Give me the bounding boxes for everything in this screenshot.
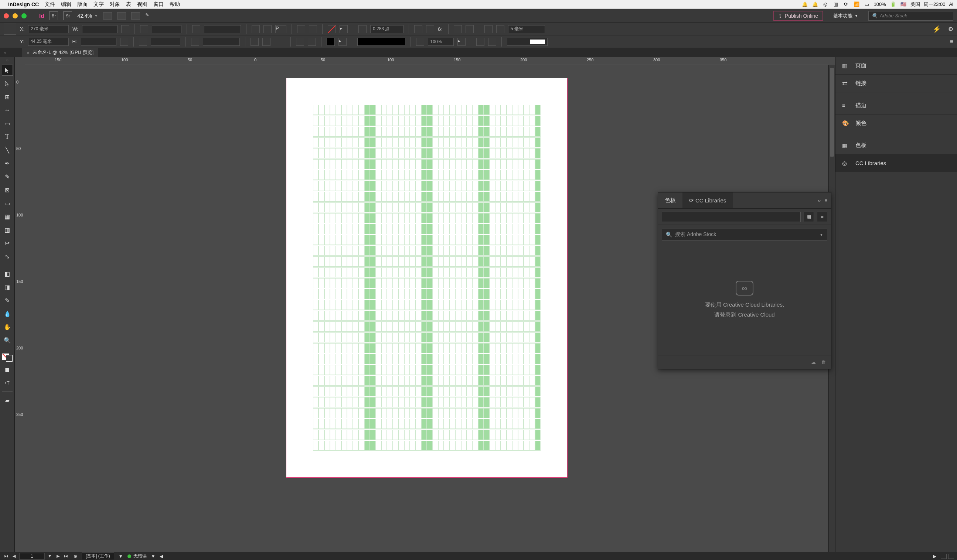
pencil-tool[interactable]: ✎ [2, 171, 13, 182]
hand-tool[interactable]: ✋ [2, 321, 13, 333]
rotate-input[interactable] [140, 25, 148, 33]
split-view-button[interactable] [941, 554, 947, 559]
flip-button[interactable] [251, 38, 259, 46]
flip-v-button[interactable] [191, 38, 199, 46]
arrange-button[interactable] [131, 12, 140, 20]
panel-pages[interactable]: ▥ 页面 [835, 57, 957, 75]
wifi-icon[interactable]: 📶 [853, 2, 860, 7]
display-icon[interactable]: ▥ [832, 2, 839, 7]
screen-mode-normal[interactable]: ▰ [2, 394, 13, 405]
panel-tab-cclib[interactable]: ⟳CC Libraries [682, 192, 733, 208]
close-tab-icon[interactable]: × [27, 50, 30, 55]
cc-status-icon[interactable]: ◎ [822, 2, 829, 7]
trash-icon[interactable]: 🗑 [821, 360, 826, 365]
bridge-button[interactable]: Br [49, 11, 58, 21]
shear-field[interactable] [151, 38, 180, 46]
page[interactable] [286, 78, 567, 477]
fx-label[interactable]: fx. [438, 26, 443, 32]
flip-h-button[interactable] [192, 25, 200, 33]
hscroll-left[interactable]: ◀ [160, 554, 163, 559]
master-dropdown[interactable]: [基本] (工作) [82, 552, 114, 560]
page-tool[interactable]: ⊞ [2, 91, 13, 103]
wrap-4[interactable] [488, 38, 496, 46]
grid-tool[interactable]: ▥ [2, 224, 13, 235]
document-tab[interactable]: × 未命名-1 @ 42% [GPU 预览] [22, 48, 98, 57]
flag-icon[interactable]: 🇺🇸 [900, 2, 907, 7]
grid-color-dropdown[interactable] [507, 38, 548, 46]
scale-x-field[interactable] [204, 25, 241, 33]
minimize-window-button[interactable] [13, 13, 18, 19]
master-arrow[interactable]: ▼ [118, 554, 123, 559]
gradient-swatch-tool[interactable]: ◧ [2, 268, 13, 279]
cloud-sync-icon[interactable]: ☁ [811, 360, 816, 365]
link-wh-icon[interactable] [120, 38, 128, 46]
grid-icon[interactable] [496, 25, 504, 33]
menu-table[interactable]: 表 [126, 1, 131, 8]
align-button-2[interactable] [309, 25, 317, 33]
note-tool[interactable]: ✎ [2, 295, 13, 306]
flip-button-2[interactable] [262, 38, 270, 46]
shear-icon[interactable] [139, 38, 147, 46]
scale-y-field[interactable] [203, 38, 240, 46]
rectangle-tool[interactable]: ▭ [2, 198, 13, 209]
scissors-tool[interactable]: ✂ [2, 238, 13, 249]
gpu-icon[interactable]: ✎ [145, 12, 153, 20]
workspace-dropdown[interactable]: 基本功能 ▼ [833, 13, 858, 19]
p-frame-icon[interactable]: P [275, 25, 286, 33]
page-dropdown[interactable]: ▼ [47, 554, 53, 559]
clock-label[interactable]: 周一23:00 [924, 1, 946, 8]
menu-view[interactable]: 视图 [137, 1, 147, 8]
panel-cc-libraries[interactable]: ◎ CC Libraries [835, 155, 957, 172]
constrain-icon[interactable] [121, 25, 129, 33]
quick-apply-icon[interactable]: ⚡ [933, 25, 941, 33]
eyedropper-tool[interactable]: 💧 [2, 308, 13, 319]
textwrap-1[interactable] [454, 25, 462, 33]
collapse-panel-icon[interactable]: ›› [818, 198, 821, 203]
content-collector-tool[interactable]: ▭ [2, 118, 13, 129]
panel-swatches[interactable]: ▦ 色板 [835, 137, 957, 155]
menu-file[interactable]: 文件 [45, 1, 55, 8]
preflight-status[interactable]: 无错误 [128, 553, 147, 559]
type-tool[interactable]: T [2, 131, 13, 142]
rectangle-frame-tool[interactable]: ⊠ [2, 185, 13, 196]
menu-type[interactable]: 文字 [93, 1, 104, 8]
menu-help[interactable]: 帮助 [170, 1, 180, 8]
notification-icon-2[interactable]: 🔔 [812, 2, 818, 7]
zoom-tool[interactable]: 🔍 [2, 334, 13, 346]
panel-links[interactable]: ⮂ 链接 [835, 75, 957, 92]
notification-icon[interactable]: 🔔 [801, 2, 808, 7]
fx-button-1[interactable] [414, 25, 422, 33]
scrollbar-thumb[interactable] [830, 68, 834, 157]
library-dropdown[interactable] [662, 212, 801, 222]
formatting-container-button[interactable]: ▫T [2, 377, 13, 388]
fill-swatch[interactable] [328, 25, 336, 33]
hscroll-right[interactable]: ▶ [933, 554, 936, 559]
textwrap-2[interactable] [466, 25, 474, 33]
vertical-ruler[interactable]: 0 50 100 150 200 250 [15, 65, 25, 552]
zoom-window-button[interactable] [21, 13, 27, 19]
swatch-arrow[interactable]: ▸ [340, 25, 348, 33]
panel-menu-icon[interactable]: ≡ [950, 38, 953, 45]
distribute-2[interactable] [308, 38, 316, 46]
chevron-down-icon[interactable]: ▼ [820, 233, 823, 237]
menu-window[interactable]: 窗口 [153, 1, 164, 8]
selection-tool[interactable] [2, 65, 13, 76]
horizontal-ruler[interactable]: 150 100 50 0 50 100 150 200 250 300 350 [25, 57, 828, 65]
grid-spacing-input[interactable]: 5 毫米 [508, 25, 545, 33]
first-page-button[interactable]: ⏮ [3, 554, 9, 559]
publish-online-button[interactable]: ⇪ Publish Online [773, 11, 823, 21]
next-page-button[interactable]: ▶ [55, 554, 61, 559]
opacity-arrow[interactable]: ▸ [458, 38, 466, 46]
prev-page-button[interactable]: ◀ [11, 554, 17, 559]
y-input[interactable]: 44.25 毫米 [28, 38, 69, 46]
rotate-field[interactable] [152, 25, 182, 33]
page-number-input[interactable]: 1 [19, 553, 45, 560]
reference-point-widget[interactable] [4, 24, 16, 35]
gap-tool[interactable]: ↔ [2, 104, 13, 116]
line-tool[interactable]: ╲ [2, 144, 13, 156]
screen-icon[interactable]: ▭ [864, 2, 870, 7]
menu-edit[interactable]: 编辑 [61, 1, 71, 8]
menubar-app-name[interactable]: InDesign CC [8, 2, 39, 7]
stock-button[interactable]: St [63, 11, 72, 21]
opacity-input[interactable]: 100% [428, 38, 454, 46]
